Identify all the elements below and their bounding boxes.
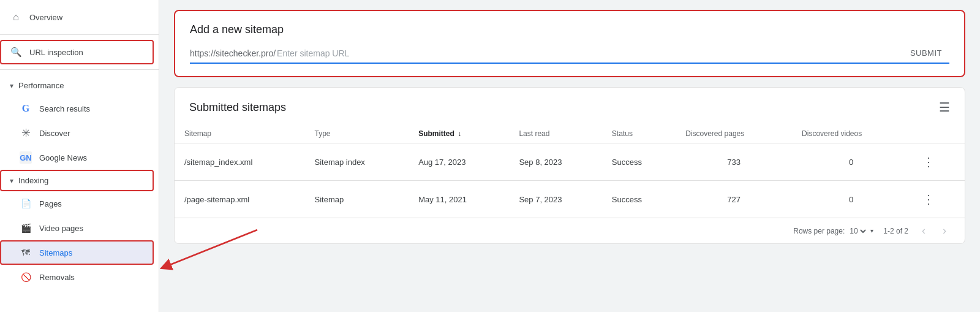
submitted-sitemaps-card: Submitted sitemaps ☰ Sitemap Type Submit… [174, 87, 965, 244]
cell-type: Sitemap [304, 181, 409, 218]
submitted-sitemaps-header: Submitted sitemaps ☰ [175, 100, 965, 124]
sidebar-item-removals-label: Removals [39, 273, 75, 282]
next-page-button[interactable]: › [939, 223, 950, 238]
sidebar-item-overview-label: Overview [29, 13, 62, 22]
cell-more[interactable]: ⋮ [910, 181, 965, 218]
sort-down-icon: ↓ [458, 129, 461, 138]
search-icon: 🔍 [10, 46, 22, 58]
col-header-discovered-videos: Discovered videos [792, 124, 910, 143]
cell-discovered-pages: 733 [676, 143, 792, 181]
pagination-row: Rows per page: 10 25 50 ▾ 1-2 of 2 ‹ › [175, 218, 965, 243]
home-icon: ⌂ [10, 11, 22, 23]
cell-more[interactable]: ⋮ [910, 143, 965, 181]
sidebar-item-video-pages-label: Video pages [39, 224, 83, 233]
sidebar-item-google-news[interactable]: GN Google News [0, 145, 154, 170]
cell-discovered-pages: 727 [676, 181, 792, 218]
sitemaps-icon: 🗺 [20, 246, 32, 259]
main-content: Add a new sitemap https://sitechecker.pr… [159, 0, 980, 312]
table-row: /sitemap_index.xml Sitemap index Aug 17,… [175, 143, 965, 181]
col-header-type: Type [304, 124, 409, 143]
previous-page-button[interactable]: ‹ [918, 223, 929, 238]
col-header-status: Status [602, 124, 676, 143]
cell-submitted: May 11, 2021 [409, 181, 509, 218]
col-header-sitemap: Sitemap [175, 124, 304, 143]
col-header-discovered-pages: Discovered pages [676, 124, 792, 143]
divider-1 [0, 34, 159, 35]
col-header-last-read: Last read [509, 124, 601, 143]
sidebar-item-pages-label: Pages [39, 199, 62, 208]
sidebar-indexing-section[interactable]: ▾ Indexing [0, 170, 154, 191]
add-sitemap-card: Add a new sitemap https://sitechecker.pr… [174, 10, 965, 77]
sidebar-item-pages[interactable]: 📄 Pages [0, 191, 154, 216]
removals-icon: 🚫 [20, 271, 32, 283]
filter-icon[interactable]: ☰ [939, 100, 950, 115]
more-options-button[interactable]: ⋮ [920, 152, 937, 172]
sitemap-url-prefix: https://sitechecker.pro/ [190, 48, 277, 58]
discover-icon: ✳ [20, 127, 32, 139]
sidebar-item-search-results[interactable]: G Search results [0, 96, 154, 121]
performance-chevron-icon: ▾ [10, 82, 13, 90]
sidebar-item-video-pages[interactable]: 🎬 Video pages [0, 216, 154, 240]
page-info: 1-2 of 2 [883, 227, 908, 235]
sidebar-performance-label: Performance [18, 81, 64, 90]
sidebar-item-search-results-label: Search results [39, 104, 90, 113]
cell-status: Success [602, 181, 676, 218]
sidebar-item-google-news-label: Google News [39, 153, 87, 162]
divider-2 [0, 69, 159, 70]
google-news-icon: GN [20, 151, 32, 164]
cell-sitemap: /sitemap_index.xml [175, 143, 304, 181]
more-options-button[interactable]: ⋮ [920, 189, 937, 209]
rows-per-page-select[interactable]: 10 25 50 [847, 226, 868, 236]
sitemaps-table: Sitemap Type Submitted ↓ Last read Statu… [175, 124, 965, 218]
add-sitemap-title: Add a new sitemap [190, 23, 949, 36]
cell-type: Sitemap index [304, 143, 409, 181]
sidebar: ⌂ Overview 🔍 URL inspection ▾ Performanc… [0, 0, 159, 312]
submitted-sitemaps-title: Submitted sitemaps [189, 101, 286, 114]
cell-status: Success [602, 143, 676, 181]
cell-discovered-videos: 0 [792, 181, 910, 218]
pages-icon: 📄 [20, 197, 32, 210]
table-row: /page-sitemap.xml Sitemap May 11, 2021 S… [175, 181, 965, 218]
sidebar-item-sitemaps-label: Sitemaps [39, 248, 72, 257]
sitemaps-table-body: /sitemap_index.xml Sitemap index Aug 17,… [175, 143, 965, 218]
sidebar-indexing-label: Indexing [18, 176, 48, 185]
indexing-chevron-icon: ▾ [10, 177, 13, 185]
rows-per-page-control: Rows per page: 10 25 50 ▾ [793, 226, 873, 236]
sidebar-item-overview[interactable]: ⌂ Overview [0, 5, 154, 29]
video-pages-icon: 🎬 [20, 222, 32, 234]
sidebar-item-removals[interactable]: 🚫 Removals [0, 265, 154, 289]
cell-sitemap: /page-sitemap.xml [175, 181, 304, 218]
table-header-row: Sitemap Type Submitted ↓ Last read Statu… [175, 124, 965, 143]
sidebar-item-discover[interactable]: ✳ Discover [0, 121, 154, 145]
rows-per-page-label: Rows per page: [793, 227, 845, 235]
cell-last-read: Sep 8, 2023 [509, 143, 601, 181]
dropdown-chevron-icon: ▾ [870, 227, 873, 234]
sidebar-performance-section[interactable]: ▾ Performance [0, 75, 159, 96]
col-header-actions [910, 124, 965, 143]
col-header-submitted[interactable]: Submitted ↓ [409, 124, 509, 143]
cell-submitted: Aug 17, 2023 [409, 143, 509, 181]
sidebar-item-url-inspection-label: URL inspection [29, 48, 83, 57]
sidebar-item-sitemaps[interactable]: 🗺 Sitemaps [0, 240, 154, 265]
cell-discovered-videos: 0 [792, 143, 910, 181]
cell-last-read: Sep 7, 2023 [509, 181, 601, 218]
google-g-icon: G [20, 102, 32, 115]
sitemap-input-row: https://sitechecker.pro/ SUBMIT [190, 46, 949, 64]
sidebar-item-url-inspection[interactable]: 🔍 URL inspection [0, 40, 154, 64]
sitemap-url-input[interactable] [277, 48, 903, 58]
sidebar-item-discover-label: Discover [39, 129, 70, 138]
submit-button[interactable]: SUBMIT [903, 46, 949, 60]
